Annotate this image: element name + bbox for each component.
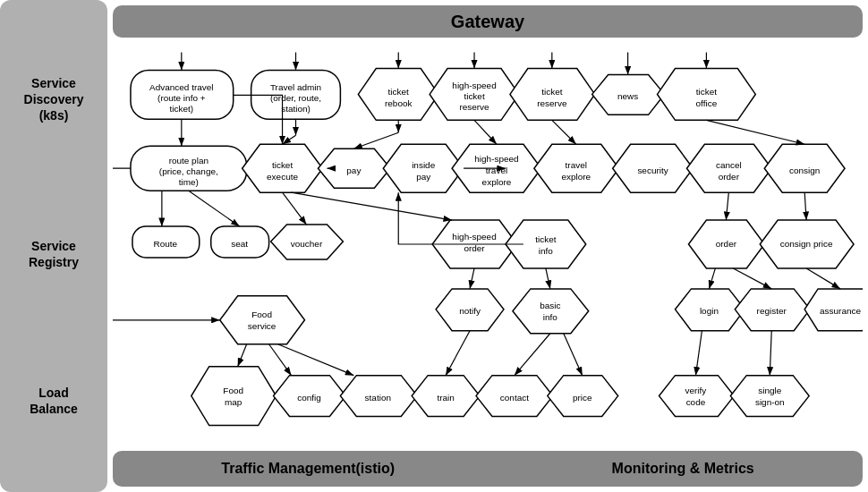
- svg-line-126: [806, 268, 840, 289]
- svg-text:login: login: [700, 306, 719, 316]
- svg-text:Advanced travel: Advanced travel: [149, 82, 214, 92]
- svg-text:contact: contact: [500, 393, 529, 403]
- svg-line-116: [283, 192, 307, 225]
- svg-text:assurance: assurance: [820, 306, 861, 316]
- svg-text:ticket: ticket: [272, 160, 293, 170]
- svg-text:execute: execute: [267, 172, 298, 182]
- svg-text:reserve: reserve: [459, 102, 489, 112]
- bottom-bar: Traffic Management(istio) Monitoring & M…: [113, 451, 863, 487]
- svg-line-108: [283, 135, 296, 144]
- svg-text:info: info: [539, 246, 554, 256]
- svg-text:ticket): ticket): [170, 104, 194, 114]
- svg-text:consign price: consign price: [780, 239, 833, 249]
- svg-text:seat: seat: [231, 239, 248, 249]
- svg-text:reserve: reserve: [537, 98, 567, 108]
- svg-line-129: [278, 344, 354, 376]
- svg-text:basic: basic: [540, 301, 560, 310]
- svg-text:travel: travel: [486, 165, 507, 175]
- svg-line-117: [292, 192, 453, 220]
- svg-text:inside: inside: [412, 160, 436, 170]
- svg-line-130: [446, 331, 470, 376]
- svg-text:consign: consign: [789, 165, 820, 175]
- svg-marker-96: [730, 376, 809, 417]
- svg-text:office: office: [696, 98, 718, 108]
- architecture-diagram: Advanced travel (route info + ticket) Tr…: [113, 38, 863, 451]
- svg-text:travel: travel: [566, 160, 587, 170]
- svg-text:sign-on: sign-on: [755, 397, 785, 407]
- svg-line-111: [474, 120, 497, 144]
- content-area: Gateway Advanced travel (route info + ti…: [107, 0, 868, 492]
- svg-text:high-speed: high-speed: [452, 81, 496, 90]
- svg-line-121: [804, 192, 806, 220]
- svg-text:security: security: [637, 165, 668, 175]
- svg-text:Food: Food: [251, 310, 272, 319]
- svg-line-132: [564, 334, 583, 376]
- svg-text:config: config: [297, 393, 321, 403]
- svg-marker-71: [513, 289, 589, 334]
- monitoring-metrics-label: Monitoring & Metrics: [612, 461, 754, 477]
- svg-line-134: [770, 331, 771, 376]
- main-container: ServiceDiscovery(k8s) ServiceRegistry Lo…: [0, 0, 868, 492]
- gateway-bar: Gateway: [113, 5, 863, 38]
- svg-text:Route: Route: [154, 239, 178, 249]
- svg-text:voucher: voucher: [291, 239, 323, 249]
- svg-text:explore: explore: [482, 177, 512, 187]
- svg-text:(route info +: (route info +: [157, 93, 206, 103]
- svg-text:ticket: ticket: [535, 234, 556, 244]
- svg-text:news: news: [617, 91, 638, 101]
- svg-text:high-speed: high-speed: [474, 154, 518, 164]
- svg-line-113: [706, 120, 804, 144]
- svg-text:station: station: [365, 393, 391, 403]
- svg-text:pay: pay: [346, 165, 361, 175]
- svg-line-125: [733, 268, 771, 289]
- svg-line-124: [709, 268, 715, 289]
- svg-text:order: order: [716, 239, 737, 249]
- sidebar-load-balance: LoadBalance: [30, 385, 78, 417]
- svg-text:code: code: [686, 397, 706, 407]
- sidebar-service-discovery: ServiceDiscovery(k8s): [24, 75, 84, 124]
- gateway-label: Gateway: [451, 12, 524, 32]
- svg-line-115: [189, 191, 240, 226]
- svg-text:route plan: route plan: [169, 156, 208, 165]
- svg-line-112: [552, 120, 576, 144]
- svg-text:Food: Food: [223, 386, 243, 395]
- svg-text:train: train: [437, 393, 454, 403]
- svg-text:time): time): [179, 177, 199, 187]
- svg-line-120: [726, 192, 728, 220]
- svg-text:high-speed: high-speed: [452, 232, 496, 242]
- svg-text:(price, change,: (price, change,: [159, 166, 218, 176]
- svg-text:ticket: ticket: [696, 87, 717, 97]
- svg-text:register: register: [757, 306, 787, 316]
- svg-text:(order, route,: (order, route,: [270, 93, 321, 103]
- svg-line-110: [353, 132, 398, 148]
- svg-text:ticket: ticket: [464, 91, 484, 101]
- svg-text:map: map: [225, 397, 243, 407]
- svg-text:ticket: ticket: [541, 87, 562, 97]
- svg-line-122: [470, 268, 474, 289]
- svg-text:price: price: [573, 393, 592, 403]
- svg-text:rebook: rebook: [385, 98, 412, 108]
- svg-line-133: [695, 331, 702, 376]
- svg-text:pay: pay: [416, 172, 430, 182]
- svg-text:single: single: [758, 386, 782, 395]
- svg-line-131: [515, 334, 550, 376]
- diagram-area: Advanced travel (route info + ticket) Tr…: [113, 38, 863, 451]
- svg-line-123: [546, 268, 550, 289]
- svg-text:explore: explore: [561, 172, 591, 182]
- svg-text:ticket: ticket: [388, 87, 409, 97]
- svg-text:order: order: [719, 172, 740, 182]
- sidebar-service-registry: ServiceRegistry: [29, 238, 79, 270]
- svg-marker-93: [660, 376, 735, 417]
- sidebar: ServiceDiscovery(k8s) ServiceRegistry Lo…: [0, 0, 107, 492]
- traffic-management-label: Traffic Management(istio): [221, 461, 395, 477]
- svg-text:station): station): [281, 104, 311, 114]
- svg-marker-80: [191, 367, 277, 426]
- svg-marker-66: [220, 296, 305, 344]
- svg-text:service: service: [248, 321, 277, 331]
- svg-text:verify: verify: [685, 386, 707, 395]
- svg-text:notify: notify: [459, 306, 481, 316]
- svg-line-127: [238, 344, 247, 367]
- svg-text:cancel: cancel: [716, 160, 742, 170]
- svg-text:info: info: [543, 312, 558, 322]
- svg-text:Travel admin: Travel admin: [270, 82, 321, 92]
